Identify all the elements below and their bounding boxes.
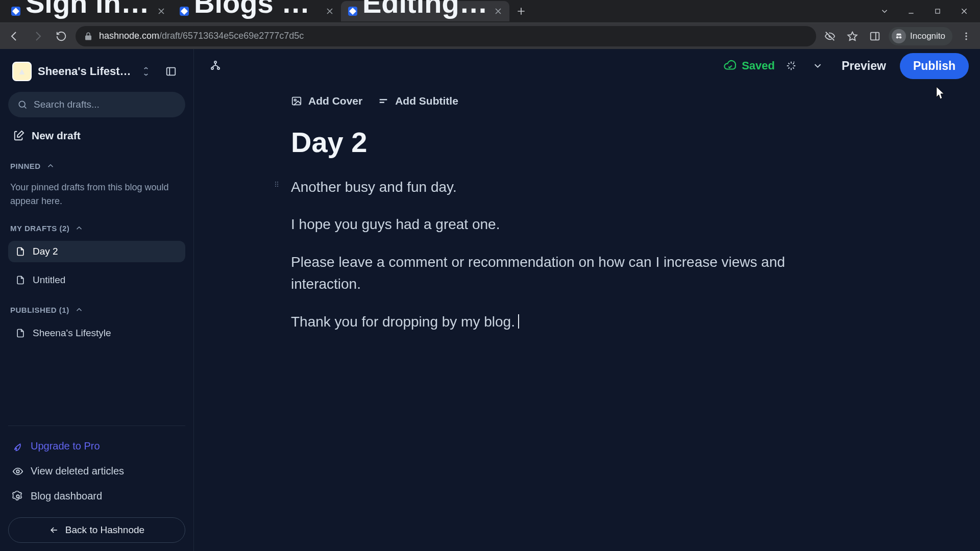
blog-avatar-icon: ▲ bbox=[12, 62, 32, 81]
window-controls bbox=[873, 2, 980, 20]
more-options-button[interactable] bbox=[807, 56, 828, 76]
document-icon bbox=[15, 328, 26, 338]
kebab-menu-icon[interactable] bbox=[958, 28, 975, 45]
nav-back-button[interactable] bbox=[5, 27, 23, 45]
blog-dashboard-link[interactable]: Blog dashboard bbox=[8, 485, 185, 507]
svg-point-15 bbox=[294, 99, 296, 101]
svg-point-8 bbox=[19, 101, 25, 107]
draft-item-label: Day 2 bbox=[33, 246, 58, 257]
svg-point-13 bbox=[217, 67, 219, 69]
svg-point-4 bbox=[965, 32, 967, 34]
browser-tab-1[interactable]: Blogs Overview — Hashnode bbox=[173, 1, 341, 21]
paragraph[interactable]: Please leave a comment or recommendation… bbox=[291, 251, 812, 295]
tab-title: Blogs Overview — Hashnode bbox=[194, 0, 321, 19]
add-subtitle-label: Add Subtitle bbox=[395, 95, 458, 107]
new-draft-icon bbox=[13, 130, 24, 141]
eye-off-icon[interactable] bbox=[821, 28, 839, 45]
profile-incognito-chip[interactable]: Incognito bbox=[889, 27, 952, 45]
search-drafts-input[interactable]: Search drafts... bbox=[8, 92, 185, 117]
published-item-label: Sheena's Lifestyle bbox=[33, 328, 111, 339]
svg-point-5 bbox=[965, 35, 967, 37]
section-pinned-header[interactable]: PINNED bbox=[8, 160, 185, 171]
section-published-header[interactable]: PUBLISHED (1) bbox=[8, 304, 185, 315]
section-mydrafts-label: MY DRAFTS (2) bbox=[10, 224, 69, 233]
tab-title: Sign in to Hashnode bbox=[26, 0, 152, 19]
new-draft-label: New draft bbox=[32, 130, 81, 142]
tab-strip: Sign in to Hashnode Blogs Overview — Has… bbox=[0, 0, 980, 22]
svg-point-18 bbox=[275, 184, 276, 185]
paragraph-text: Another busy and fun day. bbox=[291, 179, 457, 195]
url-input[interactable]: hashnode.com/draft/65713634e5ce69e2777c7… bbox=[76, 26, 816, 46]
draft-item-untitled[interactable]: Untitled bbox=[8, 269, 185, 291]
window-maximize-button[interactable] bbox=[926, 2, 949, 20]
chevron-down-icon[interactable] bbox=[137, 63, 155, 80]
paragraph[interactable]: Another busy and fun day. bbox=[291, 176, 812, 198]
nav-reload-button[interactable] bbox=[52, 27, 70, 45]
browser-tab-2[interactable]: Editing "Day 2" bbox=[341, 1, 509, 21]
browser-chrome: Sign in to Hashnode Blogs Overview — Has… bbox=[0, 0, 980, 49]
close-tab-icon[interactable] bbox=[157, 7, 165, 15]
section-published-label: PUBLISHED (1) bbox=[10, 306, 69, 314]
ai-sparkle-button[interactable] bbox=[781, 56, 801, 76]
pinned-empty-note: Your pinned drafts from this blog would … bbox=[8, 179, 185, 209]
document-icon bbox=[15, 246, 26, 257]
search-placeholder: Search drafts... bbox=[34, 99, 100, 110]
subtitle-icon bbox=[378, 95, 389, 107]
draft-item-day2[interactable]: Day 2 bbox=[8, 241, 185, 262]
browser-tab-0[interactable]: Sign in to Hashnode bbox=[4, 1, 173, 21]
post-title[interactable]: Day 2 bbox=[291, 126, 949, 159]
arrow-left-icon bbox=[49, 525, 59, 535]
close-tab-icon[interactable] bbox=[326, 7, 334, 15]
svg-point-10 bbox=[16, 495, 19, 498]
editor-body[interactable]: Add Cover Add Subtitle Day 2 Another bus… bbox=[194, 83, 980, 379]
published-item[interactable]: Sheena's Lifestyle bbox=[8, 322, 185, 344]
upgrade-pro-link[interactable]: Upgrade to Pro bbox=[8, 435, 185, 457]
text-caret bbox=[518, 314, 519, 329]
paragraph[interactable]: I hope you guys had a great one. bbox=[291, 213, 812, 235]
close-tab-icon[interactable] bbox=[494, 7, 502, 15]
sidebar: ▲ Sheena's Lifest… Search drafts... New … bbox=[0, 49, 194, 551]
address-bar: hashnode.com/draft/65713634e5ce69e2777c7… bbox=[0, 22, 980, 49]
back-label: Back to Hashnode bbox=[65, 524, 144, 536]
tab-search-button[interactable] bbox=[873, 2, 896, 20]
new-tab-button[interactable] bbox=[512, 3, 530, 20]
sidebar-collapse-button[interactable] bbox=[161, 61, 181, 82]
window-minimize-button[interactable] bbox=[899, 2, 923, 20]
svg-point-3 bbox=[899, 36, 902, 39]
svg-point-6 bbox=[965, 38, 967, 40]
view-deleted-label: View deleted articles bbox=[31, 465, 124, 477]
chevron-up-icon bbox=[46, 161, 55, 170]
app-root: ▲ Sheena's Lifest… Search drafts... New … bbox=[0, 49, 980, 551]
publish-button[interactable]: Publish bbox=[900, 53, 969, 79]
gear-icon bbox=[12, 491, 23, 502]
star-icon[interactable] bbox=[844, 28, 861, 45]
drag-handle-icon[interactable] bbox=[273, 180, 281, 188]
section-mydrafts-header[interactable]: MY DRAFTS (2) bbox=[8, 222, 185, 234]
back-to-hashnode-button[interactable]: Back to Hashnode bbox=[8, 517, 185, 543]
tab-title: Editing "Day 2" bbox=[362, 0, 489, 19]
draft-tree-button[interactable] bbox=[205, 56, 226, 76]
side-panel-icon[interactable] bbox=[866, 28, 884, 45]
url-host: hashnode.com bbox=[99, 31, 159, 41]
lock-icon bbox=[84, 32, 93, 41]
svg-point-21 bbox=[277, 186, 278, 187]
blog-selector[interactable]: ▲ Sheena's Lifest… bbox=[8, 58, 185, 85]
upgrade-pro-label: Upgrade to Pro bbox=[31, 440, 100, 452]
paragraph[interactable]: Thank you for dropping by my blog. bbox=[291, 311, 812, 333]
image-icon bbox=[291, 95, 302, 107]
add-subtitle-button[interactable]: Add Subtitle bbox=[378, 95, 458, 107]
add-cover-button[interactable]: Add Cover bbox=[291, 95, 362, 107]
window-close-button[interactable] bbox=[952, 2, 976, 20]
url-path: /draft/65713634e5ce69e2777c7d5c bbox=[159, 31, 304, 41]
preview-button[interactable]: Preview bbox=[834, 56, 894, 77]
section-pinned-label: PINNED bbox=[10, 162, 41, 170]
nav-forward-button[interactable] bbox=[29, 27, 47, 45]
svg-point-2 bbox=[896, 36, 899, 39]
document-icon bbox=[15, 275, 26, 285]
new-draft-button[interactable]: New draft bbox=[8, 124, 185, 147]
view-deleted-link[interactable]: View deleted articles bbox=[8, 460, 185, 482]
add-cover-label: Add Cover bbox=[308, 95, 362, 107]
svg-point-20 bbox=[275, 186, 276, 187]
editor-topbar: Saved Preview Publish bbox=[194, 49, 980, 83]
svg-point-16 bbox=[275, 182, 276, 183]
